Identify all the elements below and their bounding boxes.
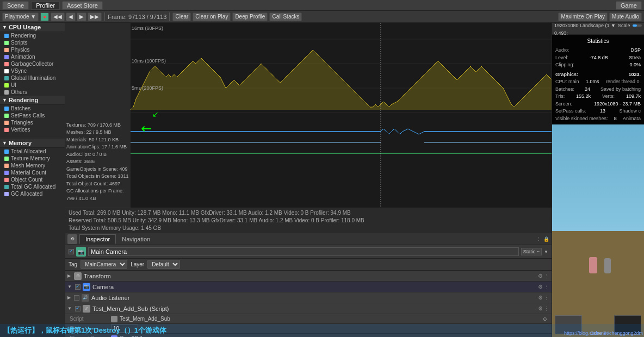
tab-profiler[interactable]: Profiler <box>31 1 60 10</box>
inspector-options[interactable]: ⋮ <box>536 236 541 242</box>
rendering-items-list: BatchesSetPass CallsTrianglesVertices <box>0 105 65 133</box>
playmode-dropdown[interactable]: Playmode ▼ <box>2 13 39 21</box>
fps60-label: 16ms (60FPS) <box>132 26 163 31</box>
bottom-tabs: ⚙ Inspector Navigation ⋮ 🔒 <box>65 233 552 245</box>
transform-icon: ⊕ <box>74 272 82 280</box>
record-button[interactable]: ● <box>40 13 49 21</box>
memory-item-gc-allocated[interactable]: GC Allocated <box>0 190 65 197</box>
memory-items-list: Total AllocatedTexture MemoryMesh Memory… <box>0 148 65 197</box>
cpu-item-ui[interactable]: UI <box>0 82 65 89</box>
center-column: Textures: 709 / 170.6 MB Meshes: 22 / 9.… <box>65 23 552 337</box>
transform-component-row: ▶ ⊕ Transform ⚙ ⋮ <box>65 271 552 282</box>
rendering-item-vertices[interactable]: Vertices <box>0 126 65 133</box>
audio-active-checkbox[interactable] <box>74 295 79 301</box>
profiler-chart-svg <box>131 23 552 208</box>
rendering-arrow: ▼ <box>2 97 7 103</box>
memory-item-material-count[interactable]: Material Count <box>0 169 65 176</box>
stats-bar: Used Total: 269.0 MB Unity: 128.7 MB Mon… <box>65 208 552 233</box>
script-more-icon[interactable]: ⋮ <box>544 305 549 311</box>
static-badge[interactable]: Static ~ <box>521 248 542 255</box>
tab-inspector[interactable]: Inspector <box>79 234 116 244</box>
cpu-row: CPU: main 1.0ms render thread 0. <box>555 78 641 86</box>
animate-key: Animata <box>623 115 641 123</box>
memory-item-object-count[interactable]: Object Count <box>0 176 65 183</box>
camera-settings-icon[interactable]: ⚙ <box>538 284 543 290</box>
cpu-item-others[interactable]: Others <box>0 89 65 96</box>
prev-frame-btn[interactable]: ◀◀ <box>51 13 65 21</box>
deep-profile-btn[interactable]: Deep Profile <box>232 13 268 21</box>
script-active-checkbox[interactable] <box>75 306 81 311</box>
script-settings-icon[interactable]: ⚙ <box>538 305 543 311</box>
cpu-val: 1.0ms <box>586 78 599 86</box>
cpu-item-garbagecollector[interactable]: GarbageCollector <box>0 60 65 67</box>
static-dropdown-arrow[interactable]: ▼ <box>544 249 548 254</box>
audio-more-icon[interactable]: ⋮ <box>544 295 549 301</box>
transform-expand[interactable]: ▶ <box>67 273 71 278</box>
call-stacks-btn[interactable]: Call Stacks <box>269 13 302 21</box>
scale-slider[interactable] <box>633 24 642 27</box>
camera-more-icon[interactable]: ⋮ <box>544 284 549 290</box>
audio-settings-icon[interactable]: ⚙ <box>538 295 543 301</box>
tab-navigation[interactable]: Navigation <box>116 234 156 244</box>
script-expand[interactable]: ▼ <box>67 306 72 311</box>
script-asset-icon <box>111 316 117 322</box>
graph-canvas[interactable]: 16ms (60FPS) 10ms (100FPS) 5ms (200FPS) <box>131 23 552 208</box>
game-view[interactable]: Cube 7 https://blog.csdn.net/chenggong2d… <box>552 124 644 337</box>
memory-item-total-gc-allocated[interactable]: Total GC Allocated <box>0 183 65 190</box>
memory-section-header[interactable]: ▼ Memory <box>0 139 65 148</box>
rendering-item-triangles[interactable]: Triangles <box>0 119 65 126</box>
tag-select[interactable]: MainCamera <box>81 260 127 269</box>
clear-on-play-btn[interactable]: Clear on Play <box>193 13 231 21</box>
step-fwd-btn[interactable]: ▶ <box>77 13 86 21</box>
script-circle-icon[interactable]: ⊙ <box>543 316 547 322</box>
rendering-section-header[interactable]: ▼ Rendering <box>0 96 65 105</box>
cpu-item-physics[interactable]: Physics <box>0 46 65 53</box>
camera-actions: ⚙ ⋮ <box>538 284 549 290</box>
cpu-item-animation[interactable]: Animation <box>0 53 65 60</box>
memory-item-mesh-memory[interactable]: Mesh Memory <box>0 162 65 169</box>
cpu-item-scripts[interactable]: Scripts <box>0 39 65 46</box>
camera-active-checkbox[interactable] <box>75 284 81 290</box>
object-name-input[interactable] <box>88 247 519 256</box>
cpu-item-vsync[interactable]: VSync <box>0 67 65 74</box>
mute-audio-btn[interactable]: Mute Audio <box>609 13 642 21</box>
stats-line1: Used Total: 269.0 MB Unity: 128.7 MB Mon… <box>69 209 548 217</box>
graphics-extra: 1033. <box>628 71 641 79</box>
step-back-btn[interactable]: ◀ <box>66 13 76 21</box>
chinese-annotation: 【热运行】，鼠标右键第1次'Destroy（）1个游戏体 <box>65 324 552 337</box>
script-value-area: Test_Mem_Add_Sub <box>111 316 540 322</box>
memory-arrow: ▼ <box>2 140 7 146</box>
cpu-item-rendering[interactable]: Rendering <box>0 32 65 39</box>
fps200-label: 5ms (200FPS) <box>132 85 163 91</box>
transform-settings-icon[interactable]: ⚙ <box>538 273 543 279</box>
batches-val: 24 <box>585 86 590 93</box>
sep2 <box>169 13 170 21</box>
memory-detail-labels: Textures: 709 / 170.6 MB Meshes: 22 / 9.… <box>66 122 129 203</box>
statistics-title: Statistics <box>555 37 641 45</box>
memory-item-total-allocated[interactable]: Total Allocated <box>0 148 65 155</box>
rendering-item-batches[interactable]: Batches <box>0 105 65 112</box>
game-display[interactable]: 1920x1080 Landscape (1 ▼ <box>554 23 616 28</box>
object-active-checkbox[interactable] <box>69 249 74 254</box>
graph-left-labels: Textures: 709 / 170.6 MB Meshes: 22 / 9.… <box>65 23 131 208</box>
tab-asset-store[interactable]: Asset Store <box>62 1 103 10</box>
cpu-section-header[interactable]: ▼ CPU Usage <box>0 23 65 32</box>
last-frame-btn[interactable]: ▶▶ <box>88 13 102 21</box>
skinned-val: 8 <box>614 115 617 123</box>
audio-expand[interactable]: ▶ <box>67 295 71 300</box>
rendering-item-setpass-calls[interactable]: SetPass Calls <box>0 112 65 119</box>
audio-actions: ⚙ ⋮ <box>538 295 549 301</box>
verts-val: 109.7k <box>626 93 641 101</box>
memory-item-texture-memory[interactable]: Texture Memory <box>0 155 65 162</box>
maximize-on-play-btn[interactable]: Maximize On Play <box>558 13 608 21</box>
tab-scene[interactable]: Scene <box>2 1 29 10</box>
layer-select[interactable]: Default <box>147 260 180 269</box>
profiler-toolbar: Playmode ▼ ● ◀◀ ◀ ▶ ▶▶ Frame: 97113 / 97… <box>0 11 644 23</box>
tab-game[interactable]: Game <box>616 1 642 10</box>
clear-btn[interactable]: Clear <box>172 13 191 21</box>
transform-more-icon[interactable]: ⋮ <box>544 273 549 279</box>
cpu-item-global-illumination[interactable]: Global Illumination <box>0 74 65 82</box>
camera-expand[interactable]: ▼ <box>67 284 72 289</box>
inspector-lock[interactable]: 🔒 <box>543 236 549 242</box>
tris-val: 155.2k <box>576 93 591 101</box>
